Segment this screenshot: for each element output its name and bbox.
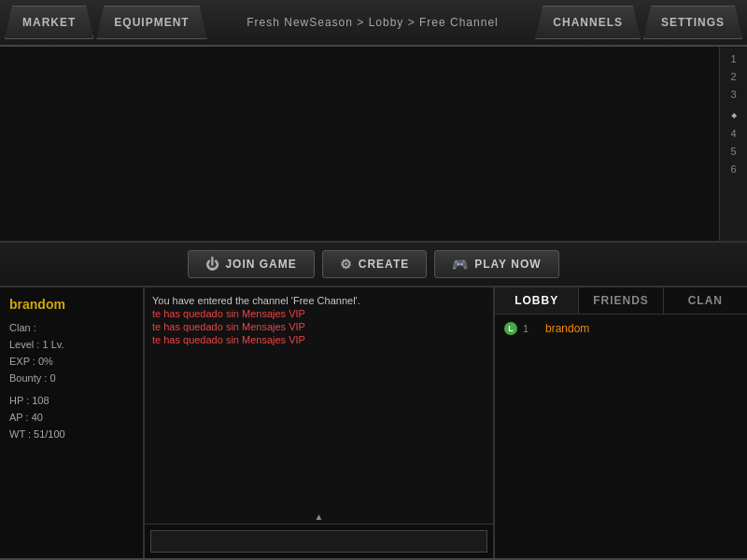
page-1[interactable]: 1 — [725, 51, 743, 66]
action-bar: ⏻ JOIN GAME ⚙ CREATE 🎮 PLAY NOW — [0, 243, 747, 287]
right-panel: LOBBYFRIENDSCLAN L 1 brandom — [495, 287, 747, 558]
lobby-list: L 1 brandom — [495, 315, 747, 558]
chat-message: te has quedado sin Mensajes VIP — [152, 321, 486, 332]
page-up-icon[interactable]: ⬥ — [730, 106, 738, 121]
chat-message: te has quedado sin Mensajes VIP — [152, 308, 486, 319]
chat-messages: You have entered the channel 'Free Chann… — [145, 287, 493, 510]
page-5[interactable]: 5 — [725, 144, 743, 159]
page-numbers: 1 2 3 ⬥ 4 5 6 — [719, 47, 747, 241]
char-exp: EXP : 0% — [9, 353, 134, 370]
right-tab-friends[interactable]: FRIENDS — [579, 287, 663, 314]
user-number: 1 — [523, 323, 540, 334]
chat-message: te has quedado sin Mensajes VIP — [152, 334, 486, 345]
tab-market[interactable]: MARKET — [5, 6, 93, 39]
game-list — [0, 47, 719, 241]
bottom-panel: brandom Clan : Level : 1 Lv. EXP : 0% Bo… — [0, 287, 747, 558]
char-bounty: Bounty : 0 — [9, 370, 134, 386]
join-game-button[interactable]: ⏻ JOIN GAME — [188, 250, 314, 278]
gear-icon: ⚙ — [340, 257, 353, 272]
char-name: brandom — [9, 297, 134, 312]
user-name[interactable]: brandom — [545, 322, 589, 335]
char-info: brandom Clan : Level : 1 Lv. EXP : 0% Bo… — [0, 287, 145, 558]
lobby-user: L 1 brandom — [500, 319, 742, 338]
right-tab-clan[interactable]: CLAN — [664, 287, 747, 314]
tab-equipment[interactable]: EQUIPMENT — [96, 6, 206, 39]
tab-settings[interactable]: SETTINGS — [643, 6, 742, 39]
breadcrumb: Fresh NewSeason > Lobby > Free Channel — [210, 16, 536, 29]
right-tab-lobby[interactable]: LOBBY — [495, 287, 579, 314]
create-button[interactable]: ⚙ CREATE — [322, 250, 427, 278]
tab-channels[interactable]: CHANNELS — [535, 6, 641, 39]
char-level: Level : 1 Lv. — [9, 336, 134, 353]
chat-input[interactable] — [150, 530, 487, 553]
chat-scroll-up[interactable]: ▲ — [145, 510, 493, 524]
page-6[interactable]: 6 — [725, 161, 743, 176]
gamepad-icon: 🎮 — [452, 257, 469, 272]
chat-message: You have entered the channel 'Free Chann… — [152, 295, 486, 306]
chat-area: You have entered the channel 'Free Chann… — [145, 287, 495, 558]
join-icon: ⏻ — [205, 257, 219, 272]
page-2[interactable]: 2 — [725, 69, 743, 84]
page-3[interactable]: 3 — [725, 87, 743, 102]
top-nav: MARKET EQUIPMENT Fresh NewSeason > Lobby… — [0, 0, 747, 47]
page-4[interactable]: 4 — [725, 126, 743, 141]
chat-input-bar — [145, 524, 493, 558]
char-clan: Clan : — [9, 319, 134, 336]
char-wt: WT : 51/100 — [9, 426, 134, 442]
char-ap: AP : 40 — [9, 409, 134, 426]
play-now-button[interactable]: 🎮 PLAY NOW — [434, 250, 558, 278]
game-area: 1 2 3 ⬥ 4 5 6 — [0, 47, 747, 243]
user-status-icon: L — [504, 322, 517, 335]
right-tabs: LOBBYFRIENDSCLAN — [495, 287, 747, 315]
char-hp: HP : 108 — [9, 392, 134, 409]
